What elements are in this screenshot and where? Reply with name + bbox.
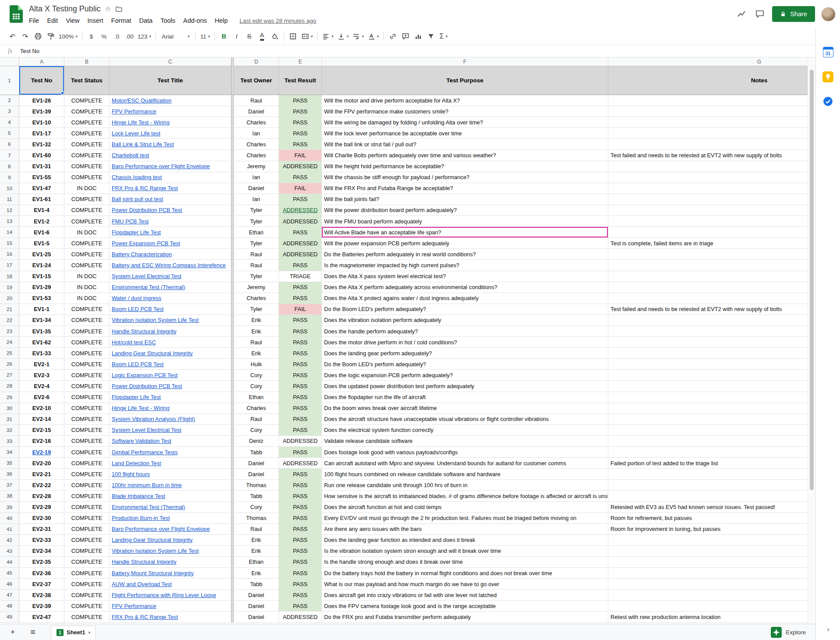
- cell-D25[interactable]: Erik: [234, 348, 279, 358]
- cell-C20[interactable]: Water / dust ingress: [109, 293, 231, 304]
- cell-D39[interactable]: Cory: [234, 502, 279, 512]
- row-header-45[interactable]: 45: [0, 568, 19, 578]
- add-sheet-button[interactable]: +: [5, 626, 20, 639]
- cell-A30[interactable]: EV2-10: [19, 403, 64, 414]
- cell-B4[interactable]: COMPLETE: [64, 117, 109, 127]
- cell-G25[interactable]: [608, 348, 808, 358]
- cell-C22[interactable]: Vibration Isolation System Life Test: [109, 315, 231, 325]
- cell-G14[interactable]: [608, 227, 808, 237]
- row-header-32[interactable]: 32: [0, 425, 19, 435]
- cell-C47[interactable]: Flight Performance with Ring Lever Loose: [109, 590, 231, 600]
- cell-A31[interactable]: EV2-14: [19, 414, 64, 424]
- calendar-icon[interactable]: 31: [822, 46, 834, 58]
- cell-G4[interactable]: [608, 117, 808, 127]
- row-header-28[interactable]: 28: [0, 381, 19, 391]
- cell-A16[interactable]: EV1-25: [19, 249, 64, 259]
- cell-F29[interactable]: Does the flopdapter run the life of airc…: [322, 392, 608, 403]
- cell-B3[interactable]: COMPLETE: [64, 106, 109, 117]
- cell-B20[interactable]: IN DOC: [64, 293, 109, 304]
- cell-G37[interactable]: [608, 480, 808, 490]
- cell-G35[interactable]: Failed portion of test added to the tria…: [608, 458, 808, 468]
- paint-format-button[interactable]: [44, 31, 57, 42]
- cell-B24[interactable]: COMPLETE: [64, 337, 109, 347]
- cell-C3[interactable]: FPV Performance: [109, 106, 231, 117]
- formula-input[interactable]: Test No: [20, 48, 39, 54]
- cell-G13[interactable]: [608, 216, 808, 226]
- cell-E2[interactable]: PASS: [279, 95, 322, 106]
- cell-C25[interactable]: Landing Gear Structural Integrity: [109, 348, 231, 358]
- format-percent-button[interactable]: %: [98, 31, 110, 42]
- cell-C30[interactable]: Hinge Life Test - Wiring: [109, 403, 231, 414]
- tasks-icon[interactable]: [822, 95, 834, 107]
- cell-F6[interactable]: Will the ball link or strut fail / pull …: [322, 139, 608, 149]
- cell-E17[interactable]: PASS: [279, 260, 322, 270]
- explore-button[interactable]: Explore: [767, 626, 809, 639]
- cell-G8[interactable]: [608, 161, 808, 172]
- row-header-9[interactable]: 9: [0, 172, 19, 183]
- row-header-29[interactable]: 29: [0, 392, 19, 403]
- cell-C21[interactable]: Boom LED PCB Test: [109, 304, 231, 315]
- cell-E43[interactable]: PASS: [279, 546, 322, 556]
- fill-color-button[interactable]: [268, 31, 281, 42]
- cell-C1[interactable]: Test Title: [109, 66, 231, 95]
- cell-E9[interactable]: PASS: [279, 172, 322, 183]
- cell-F39[interactable]: Does the aircraft function at hot and co…: [322, 502, 608, 512]
- cell-B7[interactable]: COMPLETE: [64, 150, 109, 160]
- cell-C40[interactable]: Production Burn-in Test: [109, 513, 231, 523]
- cell-E24[interactable]: PASS: [279, 337, 322, 347]
- cell-E35[interactable]: ADDRESSED: [279, 458, 322, 468]
- cell-G1[interactable]: Notes: [608, 66, 808, 95]
- cell-B49[interactable]: COMPLETE: [64, 612, 109, 622]
- cell-G41[interactable]: Room for improvement in tuning, but pass…: [608, 524, 808, 534]
- cell-A11[interactable]: EV1-61: [19, 194, 64, 205]
- cell-G18[interactable]: [608, 271, 808, 282]
- column-header-F[interactable]: F: [322, 57, 608, 66]
- cell-F40[interactable]: Every EV/DV unit must go through the 2 h…: [322, 513, 608, 523]
- cell-E26[interactable]: PASS: [279, 359, 322, 369]
- row-header-7[interactable]: 7: [0, 150, 19, 160]
- cell-A49[interactable]: EV2-47: [19, 612, 64, 622]
- cell-A27[interactable]: EV2-3: [19, 370, 64, 380]
- cell-F28[interactable]: Does the updated power distribution test…: [322, 381, 608, 391]
- cell-C8[interactable]: Baro Performance over Flight Envelope: [109, 161, 231, 172]
- cell-D11[interactable]: Ian: [234, 194, 279, 205]
- row-header-22[interactable]: 22: [0, 315, 19, 325]
- menu-format[interactable]: Format: [107, 16, 135, 25]
- cell-C46[interactable]: AUW and Overload Test: [109, 579, 231, 589]
- cell-G23[interactable]: [608, 326, 808, 336]
- cell-F38[interactable]: How senstive is the aircraft to imbalanc…: [322, 491, 608, 501]
- last-edit-link[interactable]: Last edit was 28 minutes ago: [240, 18, 316, 24]
- cell-F14[interactable]: Will Active Blade have an acceptable lif…: [322, 227, 608, 237]
- cell-B37[interactable]: COMPLETE: [64, 480, 109, 490]
- cell-F31[interactable]: Does the aircraft structure have unaccep…: [322, 414, 608, 424]
- cell-B10[interactable]: IN DOC: [64, 183, 109, 194]
- cell-D33[interactable]: Deniz: [234, 436, 279, 446]
- row-header-14[interactable]: 14: [0, 227, 19, 237]
- cell-F5[interactable]: Will the lock lever performance be accep…: [322, 128, 608, 138]
- star-icon[interactable]: ☆: [105, 5, 111, 13]
- zoom-select[interactable]: 100%▾: [57, 31, 79, 42]
- cell-G40[interactable]: Room for refinement, but passes: [608, 513, 808, 523]
- cell-F32[interactable]: Does the electrical system function corr…: [322, 425, 608, 435]
- cell-A2[interactable]: EV1-26: [19, 95, 64, 106]
- row-header-6[interactable]: 6: [0, 139, 19, 149]
- cell-D26[interactable]: Hulk: [234, 359, 279, 369]
- cell-A19[interactable]: EV1-29: [19, 282, 64, 293]
- cell-B42[interactable]: COMPLETE: [64, 535, 109, 545]
- cell-E10[interactable]: FAIL: [279, 183, 322, 194]
- cell-F11[interactable]: Will the ball joints fail?: [322, 194, 608, 205]
- cell-E48[interactable]: PASS: [279, 601, 322, 611]
- cell-A48[interactable]: EV2-39: [19, 601, 64, 611]
- comment-history-icon[interactable]: [754, 8, 766, 20]
- cell-C23[interactable]: Handle Structural Integrity: [109, 326, 231, 336]
- row-header-24[interactable]: 24: [0, 337, 19, 347]
- cell-B38[interactable]: COMPLETE: [64, 491, 109, 501]
- vertical-align-button[interactable]: ▾: [335, 31, 351, 42]
- cell-E18[interactable]: TRIAGE: [279, 271, 322, 282]
- cell-E5[interactable]: PASS: [279, 128, 322, 138]
- cell-E1[interactable]: Test Result: [279, 66, 322, 95]
- cell-B1[interactable]: Test Status: [64, 66, 109, 95]
- cell-E6[interactable]: PASS: [279, 139, 322, 149]
- cell-A18[interactable]: EV1-15: [19, 271, 64, 282]
- cell-F42[interactable]: Does the landing gear function as intend…: [322, 535, 608, 545]
